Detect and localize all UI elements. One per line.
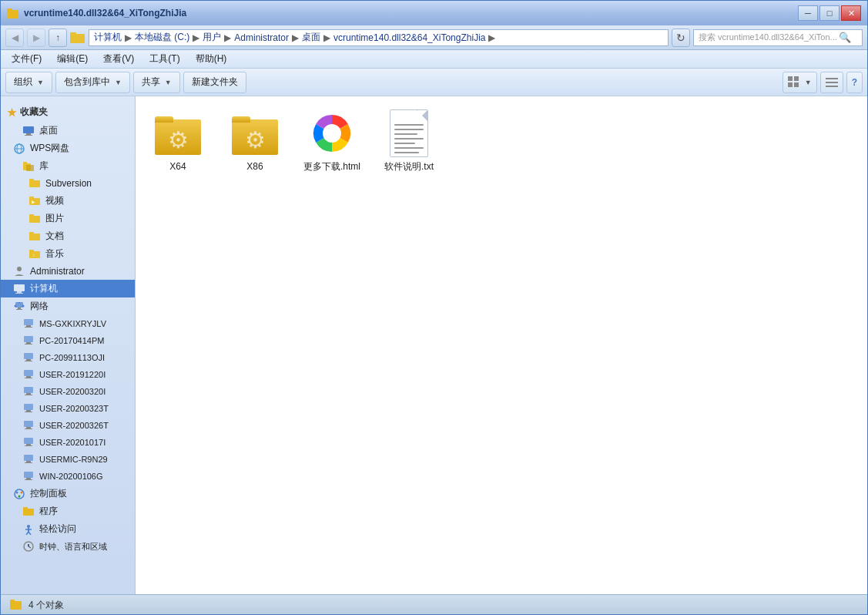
pc-icon-9	[22, 453, 35, 465]
sidebar-item-user-20200326[interactable]: USER-20200326T	[1, 417, 135, 434]
library-label: 库	[39, 160, 49, 173]
sidebar-item-user-20200323[interactable]: USER-20200323T	[1, 400, 135, 417]
minimize-button[interactable]: ─	[798, 5, 818, 21]
video-icon: ▶	[28, 195, 41, 207]
music-label: 音乐	[45, 247, 64, 260]
help-button[interactable]: ?	[846, 72, 863, 93]
svg-rect-67	[26, 461, 31, 462]
video-label: 视频	[45, 194, 64, 207]
user-20200320-label: USER-20200320I	[39, 387, 106, 396]
sidebar-item-controlpanel[interactable]: 控制面板	[1, 485, 135, 502]
pc-icon-2	[22, 334, 35, 347]
svg-rect-37	[18, 308, 21, 309]
svg-rect-51	[24, 370, 33, 376]
back-button[interactable]: ◀	[5, 29, 24, 47]
toolbar-organize[interactable]: 组织 ▼	[5, 72, 52, 93]
admin-icon	[13, 265, 25, 277]
menu-file[interactable]: 文件(F)	[4, 51, 49, 67]
file-item-txt[interactable]: 软件说明.txt	[374, 104, 444, 178]
menu-view[interactable]: 查看(V)	[96, 51, 142, 67]
sidebar-item-user-20200320[interactable]: USER-20200320I	[1, 383, 135, 400]
breadcrumb-users[interactable]: 用户	[203, 31, 221, 44]
include-library-label: 包含到库中	[64, 76, 110, 89]
toolbar-new-folder[interactable]: 新建文件夹	[183, 72, 246, 93]
sidebar-item-ms-gxk[interactable]: MS-GXKIXRYJLV	[1, 315, 135, 332]
svg-rect-65	[25, 445, 32, 446]
sidebar-item-usermic[interactable]: USERMIC-R9N29	[1, 451, 135, 468]
sidebar-item-music[interactable]: ♪ 音乐	[1, 245, 135, 263]
up-button[interactable]: ↑	[49, 29, 67, 47]
breadcrumb-drive[interactable]: 本地磁盘 (C:)	[135, 31, 189, 44]
svg-rect-58	[26, 410, 31, 412]
close-button[interactable]: ✕	[841, 5, 861, 21]
status-folder-icon	[10, 600, 22, 612]
file-item-x86[interactable]: ⚙ X86	[220, 104, 290, 178]
svg-rect-19	[26, 165, 34, 171]
sidebar-item-video[interactable]: ▶ 视频	[1, 192, 135, 210]
toolbar-include-library[interactable]: 包含到库中 ▼	[55, 72, 130, 93]
library-icon	[22, 160, 35, 173]
sidebar-item-user-20201017[interactable]: USER-20201017I	[1, 434, 135, 451]
view-options-button[interactable]: ▼	[783, 72, 817, 93]
sidebar-item-subversion[interactable]: Subversion	[1, 175, 135, 192]
sidebar-item-documents[interactable]: 文档	[1, 227, 135, 245]
breadcrumb-folder[interactable]: vcruntime140.dll32&64_XiTongZhiJia	[333, 32, 485, 43]
sidebar-item-pictures[interactable]: 图片	[1, 210, 135, 227]
svg-line-82	[28, 532, 31, 535]
svg-rect-12	[26, 133, 31, 135]
maximize-button[interactable]: □	[819, 5, 840, 21]
svg-rect-7	[794, 82, 799, 87]
pc-icon-10	[22, 470, 35, 482]
details-view-button[interactable]	[820, 72, 843, 93]
svg-rect-6	[788, 82, 793, 87]
sidebar-item-pc-2099[interactable]: PC-20991113OJI	[1, 349, 135, 366]
file-item-html[interactable]: 更多下载.html	[297, 104, 367, 178]
sidebar-item-desktop[interactable]: 桌面	[1, 122, 135, 139]
breadcrumb-computer[interactable]: 计算机	[94, 31, 122, 44]
admin-label: Administrator	[30, 266, 85, 277]
sidebar-item-user-2019[interactable]: USER-20191220I	[1, 366, 135, 383]
svg-rect-44	[25, 327, 32, 328]
breadcrumb-desktop[interactable]: 桌面	[302, 31, 320, 44]
svg-rect-55	[26, 393, 31, 395]
sidebar: ★ 收藏夹 桌面 WPS网盘	[1, 96, 136, 594]
sidebar-item-datetime[interactable]: 时钟、语言和区域	[1, 538, 135, 555]
svg-rect-60	[24, 421, 33, 427]
file-item-x64[interactable]: ⚙ X64	[143, 104, 213, 178]
sidebar-item-network[interactable]: 网络	[1, 297, 135, 315]
accessibility-label: 轻松访问	[39, 523, 76, 536]
sidebar-item-wps[interactable]: WPS网盘	[1, 139, 135, 157]
svg-rect-13	[25, 135, 32, 136]
svg-rect-18	[23, 162, 27, 165]
refresh-button[interactable]: ↻	[672, 29, 690, 47]
menu-help[interactable]: 帮助(H)	[188, 51, 235, 67]
datetime-label: 时钟、语言和区域	[39, 541, 107, 553]
desktop-label: 桌面	[39, 124, 58, 137]
favorites-label: 收藏夹	[20, 106, 48, 119]
sidebar-item-administrator[interactable]: Administrator	[1, 263, 135, 280]
folder-icon-address	[70, 32, 85, 44]
sidebar-item-computer[interactable]: 计算机	[1, 280, 135, 297]
sidebar-item-pc-2017[interactable]: PC-20170414PM	[1, 332, 135, 349]
forward-button[interactable]: ▶	[27, 29, 45, 47]
sidebar-item-programs[interactable]: 程序	[1, 502, 135, 520]
menu-edit[interactable]: 编辑(E)	[49, 51, 96, 67]
pictures-icon	[28, 213, 41, 225]
address-path[interactable]: 计算机 ▶ 本地磁盘 (C:) ▶ 用户 ▶ Administrator ▶ 桌…	[89, 29, 669, 46]
svg-rect-56	[25, 395, 32, 395]
toolbar-share[interactable]: 共享 ▼	[133, 72, 180, 93]
search-bar[interactable]: 搜索 vcruntime140.dll32&64_XiTon... 🔍	[693, 29, 863, 46]
sidebar-item-win-2020[interactable]: WIN-20200106G	[1, 468, 135, 485]
breadcrumb-admin[interactable]: Administrator	[234, 32, 289, 43]
view-chevron: ▼	[805, 79, 812, 86]
datetime-icon	[22, 540, 35, 553]
svg-rect-9	[826, 82, 838, 83]
include-library-chevron: ▼	[115, 79, 122, 86]
computer-label: 计算机	[30, 282, 58, 295]
menu-tools[interactable]: 工具(T)	[142, 51, 187, 67]
sidebar-item-library[interactable]: 库	[1, 157, 135, 175]
accessibility-icon	[22, 523, 35, 536]
sidebar-item-accessibility[interactable]: 轻松访问	[1, 520, 135, 538]
ms-gxk-label: MS-GXKIXRYJLV	[39, 319, 106, 328]
sidebar-favorites-header[interactable]: ★ 收藏夹	[1, 102, 135, 122]
